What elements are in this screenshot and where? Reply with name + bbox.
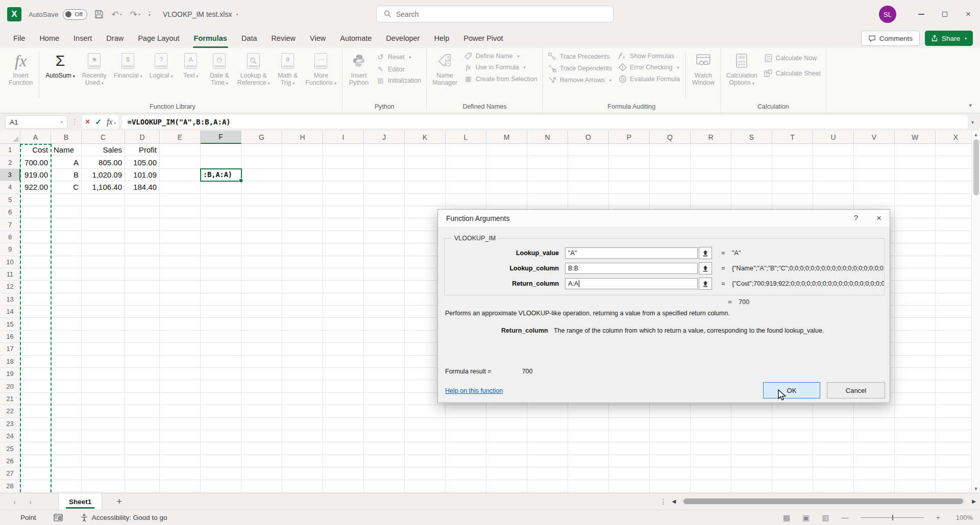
cell-w24[interactable] (895, 430, 936, 442)
cell-r23[interactable] (691, 418, 731, 430)
row-header-12[interactable]: 12 (0, 281, 20, 293)
cell-j11[interactable] (364, 268, 405, 281)
remove-arrows-button[interactable]: Remove Arrows▾ (548, 76, 612, 84)
column-header-d[interactable]: D (125, 131, 160, 144)
evaluate-formula-button[interactable]: fxEvaluate Formula (618, 75, 680, 83)
cell-g1[interactable] (241, 144, 282, 156)
cell-t1[interactable] (772, 144, 813, 156)
column-header-a[interactable]: A (20, 131, 51, 144)
cell-p4[interactable] (609, 181, 650, 193)
cell-o23[interactable] (568, 418, 609, 430)
date-time-button[interactable]: ◷Date &Time▾ (205, 48, 234, 87)
cell-p1[interactable] (609, 144, 650, 156)
cell-h27[interactable] (282, 467, 323, 480)
cell-d17[interactable] (125, 343, 160, 355)
cell-x16[interactable] (936, 331, 976, 343)
cell-t23[interactable] (772, 418, 813, 430)
cell-g10[interactable] (241, 256, 282, 268)
cell-c8[interactable] (82, 231, 125, 243)
undo-button[interactable]: ↶▾ (112, 9, 122, 20)
cell-l27[interactable] (446, 467, 486, 480)
cell-x2[interactable] (936, 156, 976, 168)
cell-f22[interactable] (201, 405, 241, 417)
cell-f17[interactable] (201, 343, 241, 355)
cell-h4[interactable] (282, 181, 323, 193)
customize-quick-access-button[interactable]: ▾ (149, 12, 151, 17)
cell-i5[interactable] (323, 194, 364, 206)
cell-b8[interactable] (51, 231, 82, 243)
cell-g3[interactable] (241, 169, 282, 181)
cell-a20[interactable] (20, 380, 51, 392)
cell-k28[interactable] (405, 480, 446, 492)
cell-e10[interactable] (160, 256, 201, 268)
cell-p25[interactable] (609, 442, 650, 455)
cell-j1[interactable] (364, 144, 405, 156)
cell-f26[interactable] (201, 455, 241, 467)
row-header-8[interactable]: 8 (0, 231, 20, 243)
cell-s23[interactable] (731, 418, 772, 430)
cell-k26[interactable] (405, 455, 446, 467)
cell-e23[interactable] (160, 418, 201, 430)
cell-q3[interactable] (650, 169, 691, 181)
tab-view[interactable]: View (303, 29, 333, 48)
cell-k25[interactable] (405, 442, 446, 455)
dialog-help-button[interactable]: ? (854, 213, 858, 223)
cell-h17[interactable] (282, 343, 323, 355)
cell-p26[interactable] (609, 455, 650, 467)
cell-e26[interactable] (160, 455, 201, 467)
cell-r26[interactable] (691, 455, 731, 467)
cell-e25[interactable] (160, 442, 201, 455)
cell-f16[interactable] (201, 331, 241, 343)
cell-d27[interactable] (125, 467, 160, 480)
column-header-b[interactable]: B (51, 131, 82, 144)
cell-e12[interactable] (160, 281, 201, 293)
cell-m27[interactable] (486, 467, 527, 480)
cell-n2[interactable] (527, 156, 568, 168)
cell-w1[interactable] (895, 144, 936, 156)
cell-j18[interactable] (364, 356, 405, 368)
column-header-r[interactable]: R (691, 131, 731, 144)
cell-d20[interactable] (125, 380, 160, 392)
cell-p24[interactable] (609, 430, 650, 442)
cell-e27[interactable] (160, 467, 201, 480)
cell-r1[interactable] (691, 144, 731, 156)
cell-j12[interactable] (364, 281, 405, 293)
cell-v25[interactable] (854, 442, 895, 455)
cell-b21[interactable] (51, 393, 82, 405)
cell-l28[interactable] (446, 480, 486, 492)
cell-a2[interactable]: 700.00 (20, 156, 51, 168)
row-header-4[interactable]: 4 (0, 181, 20, 193)
cell-o28[interactable] (568, 480, 609, 492)
cell-w20[interactable] (895, 380, 936, 392)
cell-g11[interactable] (241, 268, 282, 281)
initialization-button[interactable]: ▤Initialization (376, 77, 421, 84)
cell-w4[interactable] (895, 181, 936, 193)
cell-i27[interactable] (323, 467, 364, 480)
cell-s1[interactable] (731, 144, 772, 156)
cell-p22[interactable] (609, 405, 650, 417)
define-name-button[interactable]: Define Name▾ (464, 53, 537, 60)
cell-l3[interactable] (446, 169, 486, 181)
horizontal-scroll-thumb[interactable] (683, 498, 963, 504)
cell-i21[interactable] (323, 393, 364, 405)
cell-d10[interactable] (125, 256, 160, 268)
cell-s22[interactable] (731, 405, 772, 417)
cell-x21[interactable] (936, 393, 976, 405)
zoom-slider[interactable] (861, 517, 924, 518)
page-break-view-icon[interactable]: ▥ (822, 513, 829, 522)
cell-g22[interactable] (241, 405, 282, 417)
cell-c12[interactable] (82, 281, 125, 293)
cell-d3[interactable]: 101.09 (125, 169, 160, 181)
cell-j27[interactable] (364, 467, 405, 480)
cell-h21[interactable] (282, 393, 323, 405)
cell-e9[interactable] (160, 243, 201, 256)
cell-f18[interactable] (201, 356, 241, 368)
autosum-button[interactable]: ΣAutoSum▾ (42, 48, 79, 80)
cell-c10[interactable] (82, 256, 125, 268)
tab-home[interactable]: Home (32, 29, 66, 48)
cell-a18[interactable] (20, 356, 51, 368)
row-header-15[interactable]: 15 (0, 318, 20, 330)
cell-c3[interactable]: 1,020.09 (82, 169, 125, 181)
cell-x28[interactable] (936, 480, 976, 492)
prev-sheet-button[interactable]: ‹ (13, 497, 16, 506)
